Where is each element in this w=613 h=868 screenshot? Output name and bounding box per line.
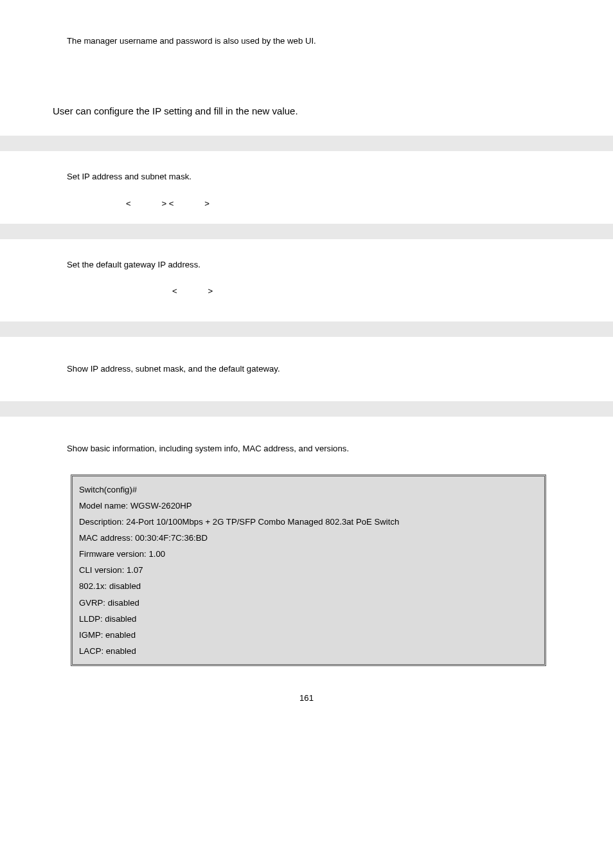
desc-default-gateway: Set the default gateway IP address.	[53, 258, 560, 271]
info-line-igmp: IGMP: enabled	[79, 627, 538, 643]
desc-show-info: Show basic information, including system…	[53, 442, 560, 455]
angle-close-gw: >	[208, 286, 213, 296]
syntax-default-gateway: < >	[53, 286, 560, 296]
angle-open-1: <	[126, 199, 131, 208]
info-line-description: Description: 24-Port 10/100Mbps + 2G TP/…	[79, 514, 538, 530]
ip-config-heading: User can configure the IP setting and fi…	[53, 105, 560, 116]
info-line-firmware: Firmware version: 1.00	[79, 546, 538, 562]
info-line-lldp: LLDP: disabled	[79, 611, 538, 627]
info-line-8021x: 802.1x: disabled	[79, 578, 538, 594]
desc-show-ip: Show IP address, subnet mask, and the de…	[53, 363, 560, 375]
syntax-ip-address: < > < >	[53, 199, 560, 208]
angle-close-2: >	[204, 199, 209, 208]
info-line-lacp: LACP: enabled	[79, 643, 538, 659]
section-bar-2	[0, 224, 613, 239]
info-line-prompt: Switch(config)#	[79, 482, 538, 498]
section-bar-4	[0, 401, 613, 417]
info-line-cli: CLI version: 1.07	[79, 562, 538, 578]
section-bar-3	[0, 321, 613, 337]
info-line-gvrp: GVRP: disabled	[79, 595, 538, 611]
angle-open-gw: <	[172, 286, 177, 296]
angle-close-open: > <	[161, 199, 173, 208]
info-line-mac: MAC address: 00:30:4F:7C:36:BD	[79, 530, 538, 546]
info-line-model: Model name: WGSW-2620HP	[79, 498, 538, 514]
page-number: 161	[0, 666, 613, 716]
section-bar-1	[0, 136, 613, 151]
desc-set-ip: Set IP address and subnet mask.	[53, 170, 560, 183]
info-output-box: Switch(config)# Model name: WGSW-2620HP …	[71, 475, 546, 666]
note-manager-password: The manager username and password is als…	[53, 35, 560, 48]
